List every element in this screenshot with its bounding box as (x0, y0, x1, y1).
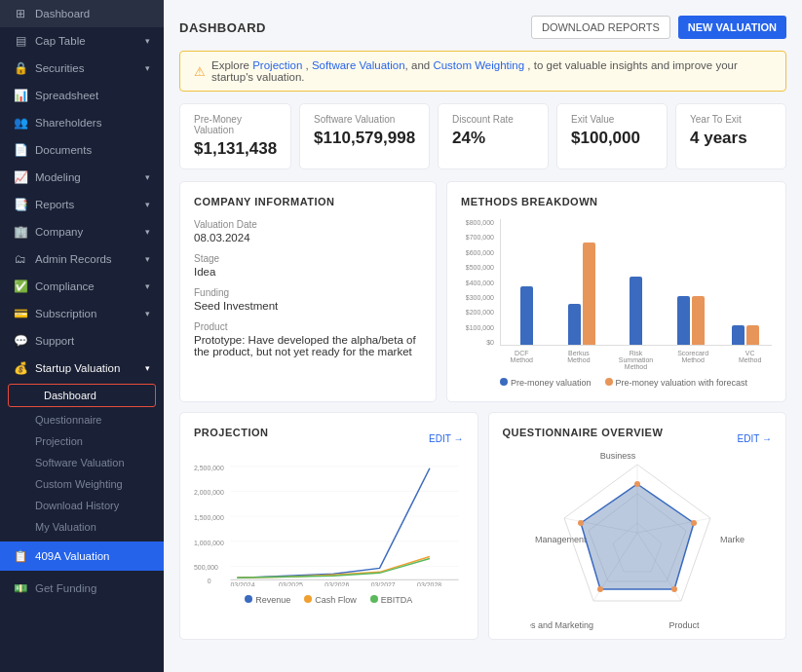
bar-risk-blue (630, 277, 642, 345)
svg-text:500,000: 500,000 (194, 564, 218, 571)
methods-breakdown-panel: METHODS BREAKDOWN $800,000 $700,000 $600… (446, 181, 786, 402)
409a-label: 409A Valuation (35, 550, 110, 562)
svg-text:03/2025: 03/2025 (279, 581, 303, 586)
sidebar-label: Modeling (35, 171, 81, 183)
sidebar-item-cap-table[interactable]: ▤ Cap Table ▾ (0, 27, 164, 55)
sidebar-sub-item-download-history[interactable]: Download History (0, 495, 164, 516)
radar-chart-container: Business Market Product Sales and Market… (503, 460, 773, 625)
sidebar-label: Reports (35, 199, 74, 210)
radar-chart: Business Market Product Sales and Market… (530, 445, 745, 640)
sidebar-sub-item-my-valuation[interactable]: My Valuation (0, 516, 164, 538)
svg-text:Management: Management (535, 535, 587, 544)
get-funding-label: Get Funding (35, 582, 96, 594)
kpi-exit-value: Exit Value $100,000 (556, 103, 668, 169)
svg-text:1,500,000: 1,500,000 (194, 514, 224, 521)
sidebar-item-support[interactable]: 💬 Support (0, 327, 164, 355)
sidebar-item-shareholders[interactable]: 👥 Shareholders (0, 109, 164, 136)
bar-scorecard-blue (677, 296, 690, 345)
kpi-label: Exit Value (571, 114, 653, 125)
download-reports-button[interactable]: DOWNLOAD REPORTS (531, 16, 670, 39)
svg-point-34 (597, 586, 603, 592)
compliance-icon: ✅ (14, 280, 27, 293)
questionnaire-edit-link[interactable]: EDIT → (738, 433, 772, 444)
chevron-down-icon: ▾ (145, 227, 150, 237)
projection-chart: 2,500,000 2,000,000 1,500,000 1,000,000 … (194, 460, 464, 586)
x-label-dcf: DCFMethod (500, 350, 544, 370)
sidebar-label: Cap Table (35, 35, 86, 47)
sidebar-item-securities[interactable]: 🔒 Securities ▾ (0, 55, 164, 82)
svg-text:2,500,000: 2,500,000 (194, 465, 224, 471)
svg-point-35 (578, 520, 584, 526)
company-info-panel: COMPANY INFORMATION Valuation Date 08.03… (179, 181, 437, 402)
kpi-value: $100,000 (571, 129, 653, 148)
chevron-down-icon: ▾ (145, 281, 150, 291)
methods-title: METHODS BREAKDOWN (461, 196, 772, 207)
shareholders-icon: 👥 (14, 116, 27, 130)
sidebar-item-409a[interactable]: 📋 409A Valuation (0, 541, 164, 571)
main-content: DASHBOARD DOWNLOAD REPORTS NEW VALUATION… (164, 0, 802, 672)
bar-berkus-orange (583, 243, 595, 345)
sidebar-label: Startup Valuation (35, 362, 120, 374)
sidebar-item-dashboard[interactable]: ⊞ Dashboard (0, 0, 164, 27)
sidebar-item-modeling[interactable]: 📈 Modeling ▾ (0, 164, 164, 191)
sidebar-sub-item-custom-weighting[interactable]: Custom Weighting (0, 473, 164, 495)
svg-text:0: 0 (208, 578, 211, 584)
svg-text:1,000,000: 1,000,000 (194, 540, 224, 546)
software-valuation-link[interactable]: Software Valuation (312, 59, 405, 71)
valuation-date-value: 08.03.2024 (194, 232, 422, 243)
sidebar-item-admin-records[interactable]: 🗂 Admin Records ▾ (0, 245, 164, 273)
sidebar-item-company[interactable]: 🏢 Company ▾ (0, 218, 164, 245)
409a-icon: 📋 (14, 549, 27, 563)
company-info-title: COMPANY INFORMATION (194, 196, 422, 207)
documents-icon: 📄 (14, 143, 27, 157)
spreadsheet-icon: 📊 (14, 89, 27, 102)
chevron-down-icon: ▾ (145, 172, 150, 182)
svg-point-31 (634, 481, 640, 487)
sidebar-item-startup-valuation[interactable]: 💰 Startup Valuation ▾ (0, 355, 164, 382)
sidebar-sub-item-software-valuation[interactable]: Software Valuation (0, 452, 164, 473)
svg-text:Business: Business (599, 451, 635, 461)
admin-records-icon: 🗂 (14, 252, 27, 266)
x-label-berkus: BerkusMethod (557, 350, 601, 370)
page-title: DASHBOARD (179, 20, 266, 35)
middle-panels: COMPANY INFORMATION Valuation Date 08.03… (179, 181, 786, 402)
custom-weighting-link[interactable]: Custom Weighting (433, 59, 524, 71)
svg-text:2,000,000: 2,000,000 (194, 489, 224, 496)
sidebar-label: Subscription (35, 308, 96, 319)
kpi-pre-money: Pre-Money Valuation $1,131,438 (179, 103, 291, 169)
chevron-down-icon: ▾ (145, 254, 150, 264)
stage-label: Stage (194, 253, 422, 264)
sidebar-item-compliance[interactable]: ✅ Compliance ▾ (0, 273, 164, 300)
bottom-panels: PROJECTION EDIT → 2,500,000 2,000,000 1,… (179, 412, 786, 640)
projection-link[interactable]: Projection (252, 59, 302, 71)
chevron-down-icon: ▾ (145, 200, 150, 209)
dashboard-icon: ⊞ (14, 7, 27, 20)
projection-edit-link[interactable]: EDIT → (429, 433, 463, 444)
product-value: Prototype: Have developed the alpha/beta… (194, 334, 422, 357)
reports-icon: 📑 (14, 198, 27, 211)
funding-value: Seed Investment (194, 300, 422, 312)
sidebar-item-subscription[interactable]: 💳 Subscription ▾ (0, 300, 164, 327)
startup-valuation-icon: 💰 (14, 361, 27, 375)
x-label-risk: Risk SummationMethod (614, 350, 658, 370)
svg-text:03/2028: 03/2028 (417, 581, 441, 586)
kpi-value: 4 years (690, 129, 772, 148)
new-valuation-button[interactable]: NEW VALUATION (678, 16, 786, 39)
sidebar-sub-item-dashboard[interactable]: Dashboard (8, 384, 156, 407)
kpi-label: Discount Rate (452, 114, 534, 125)
projection-legend: Revenue Cash Flow EBITDA (194, 595, 464, 605)
sidebar-sub-item-projection[interactable]: Projection (0, 430, 164, 452)
sidebar-item-reports[interactable]: 📑 Reports ▾ (0, 191, 164, 218)
projection-title: PROJECTION (194, 427, 269, 438)
svg-text:03/2024: 03/2024 (231, 581, 255, 586)
sidebar-sub-item-questionnaire[interactable]: Questionnaire (0, 409, 164, 430)
sidebar: ⊞ Dashboard ▤ Cap Table ▾ 🔒 Securities ▾… (0, 0, 164, 672)
sidebar-item-documents[interactable]: 📄 Documents (0, 136, 164, 164)
bar-berkus-blue (568, 304, 581, 345)
sidebar-item-get-funding[interactable]: 💵 Get Funding (0, 575, 164, 602)
sidebar-item-spreadsheet[interactable]: 📊 Spreadsheet (0, 82, 164, 109)
sidebar-label: Dashboard (35, 8, 90, 19)
svg-text:Sales and Marketing: Sales and Marketing (530, 620, 593, 630)
sidebar-label: Documents (35, 144, 92, 156)
header-buttons: DOWNLOAD REPORTS NEW VALUATION (531, 16, 786, 39)
